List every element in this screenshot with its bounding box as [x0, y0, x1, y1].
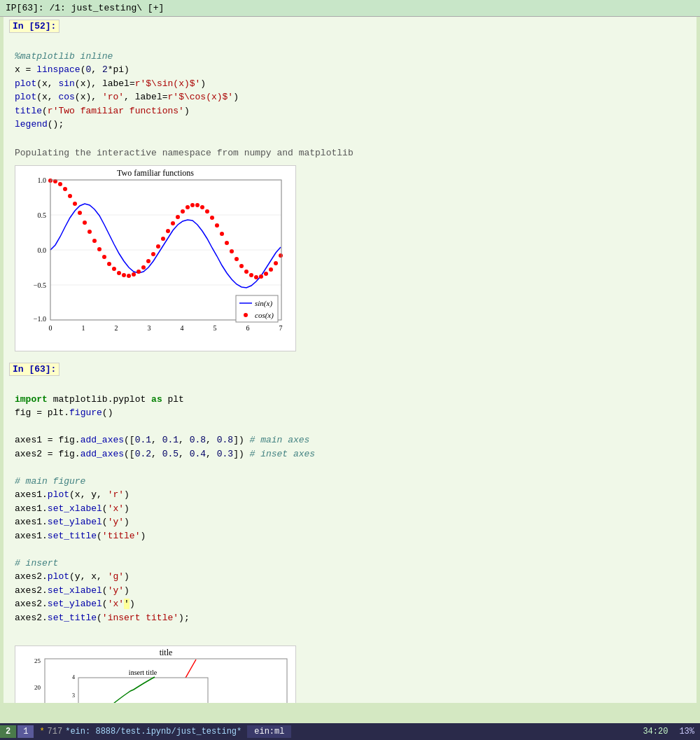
- svg-point-64: [279, 253, 283, 258]
- svg-text:7: 7: [279, 324, 283, 332]
- svg-point-39: [156, 244, 160, 249]
- status-indicator: *: [39, 727, 44, 736]
- svg-point-57: [244, 270, 248, 274]
- svg-point-20: [63, 187, 67, 191]
- svg-point-42: [171, 221, 175, 225]
- svg-point-59: [254, 275, 258, 279]
- cell-code-63[interactable]: import matplotlib.pyplot as plt fig = pl…: [9, 377, 691, 640]
- svg-point-22: [73, 202, 77, 206]
- svg-text:4: 4: [72, 674, 75, 680]
- svg-point-60: [259, 274, 263, 279]
- svg-point-53: [225, 241, 229, 245]
- svg-point-45: [186, 205, 190, 209]
- status-percent: 13%: [679, 727, 694, 736]
- svg-point-52: [220, 232, 224, 236]
- svg-point-30: [112, 267, 116, 271]
- cell-52: In [52]: %matplotlib inline x = linspace…: [4, 17, 696, 360]
- svg-point-35: [136, 270, 141, 274]
- svg-text:5: 5: [214, 324, 217, 332]
- svg-point-48: [200, 205, 204, 209]
- svg-point-27: [97, 247, 102, 251]
- status-kernel: ein:ml: [247, 725, 291, 738]
- svg-point-33: [127, 274, 131, 278]
- svg-text:3: 3: [72, 692, 75, 699]
- svg-point-58: [249, 273, 253, 277]
- svg-point-19: [58, 182, 62, 186]
- cell-in-label-63: In [63]:: [9, 363, 59, 376]
- cell-output-52: Populating the interactive namespace fro…: [9, 146, 691, 160]
- svg-point-44: [181, 209, 185, 214]
- status-filename: *ein: 8888/test.ipynb/just_testing*: [65, 727, 241, 736]
- plot1-title: Two familiar functions: [117, 168, 194, 178]
- svg-point-38: [151, 252, 155, 256]
- svg-point-50: [210, 216, 214, 220]
- status-bar: 2 1 * 717 *ein: 8888/test.ipynb/just_tes…: [0, 723, 700, 740]
- svg-point-25: [88, 230, 92, 234]
- status-position: 34:20: [643, 727, 668, 736]
- inset-axes: [78, 678, 208, 704]
- svg-point-26: [92, 239, 97, 243]
- svg-point-61: [264, 272, 268, 276]
- cell-in-label-52: In [52]:: [9, 20, 59, 33]
- svg-point-40: [161, 237, 165, 241]
- status-num1: 2: [0, 725, 16, 738]
- svg-point-24: [83, 221, 87, 225]
- svg-point-51: [215, 223, 219, 228]
- svg-point-41: [166, 229, 170, 233]
- svg-point-43: [176, 215, 180, 219]
- plot1-svg: Two familiar functions 1.0 0.5 0.0 −0.5 …: [15, 166, 295, 348]
- svg-text:2: 2: [115, 324, 118, 332]
- svg-point-56: [239, 264, 244, 268]
- svg-text:−1.0: −1.0: [34, 315, 46, 323]
- main-title: title: [160, 648, 173, 657]
- svg-point-29: [107, 262, 111, 266]
- svg-point-46: [190, 203, 195, 207]
- svg-point-31: [117, 271, 121, 275]
- svg-text:20: 20: [34, 684, 41, 691]
- svg-point-54: [230, 249, 234, 253]
- title-text: IP[63]: /1: just_testing\ [+]: [6, 3, 164, 13]
- inset-title: insert title: [129, 669, 158, 676]
- svg-point-37: [146, 259, 150, 263]
- status-linecount: 717: [48, 727, 63, 736]
- svg-point-63: [274, 261, 278, 265]
- svg-text:cos(x): cos(x): [255, 311, 274, 320]
- svg-text:0.5: 0.5: [38, 211, 47, 219]
- svg-text:sin(x): sin(x): [255, 299, 272, 308]
- svg-text:3: 3: [148, 324, 151, 332]
- svg-point-47: [195, 203, 200, 207]
- status-right: 34:20 13%: [643, 727, 700, 736]
- svg-text:4: 4: [181, 324, 184, 332]
- svg-point-49: [205, 209, 209, 214]
- plot1-container: Two familiar functions 1.0 0.5 0.0 −0.5 …: [15, 165, 296, 351]
- svg-point-32: [122, 273, 126, 277]
- title-bar: IP[63]: /1: just_testing\ [+]: [0, 0, 700, 17]
- svg-text:6: 6: [246, 324, 250, 332]
- svg-text:25: 25: [34, 657, 41, 664]
- svg-text:0: 0: [49, 324, 52, 332]
- svg-point-34: [132, 272, 136, 277]
- svg-text:0.0: 0.0: [38, 246, 47, 254]
- svg-point-23: [78, 211, 82, 215]
- svg-point-55: [234, 257, 239, 261]
- status-left: 2 1 * 717 *ein: 8888/test.ipynb/just_tes…: [0, 725, 291, 738]
- svg-point-21: [68, 194, 72, 198]
- svg-point-68: [244, 313, 248, 317]
- status-num2: 1: [18, 725, 34, 738]
- svg-point-28: [102, 255, 106, 259]
- svg-text:−0.5: −0.5: [34, 281, 46, 289]
- svg-point-36: [141, 265, 146, 270]
- svg-text:1: 1: [82, 324, 85, 332]
- cell-code-52[interactable]: %matplotlib inline x = linspace(0, 2*pi)…: [9, 34, 691, 146]
- cell-63: In [63]: import matplotlib.pyplot as plt…: [4, 360, 696, 703]
- plot2-container: title y x 0 5 10 15 20 25 0 1 2: [15, 645, 296, 704]
- notebook: In [52]: %matplotlib inline x = linspace…: [4, 17, 696, 703]
- plot2-svg: title y x 0 5 10 15 20 25 0 1 2: [15, 646, 295, 704]
- svg-point-62: [269, 267, 273, 272]
- svg-text:1.0: 1.0: [38, 176, 47, 184]
